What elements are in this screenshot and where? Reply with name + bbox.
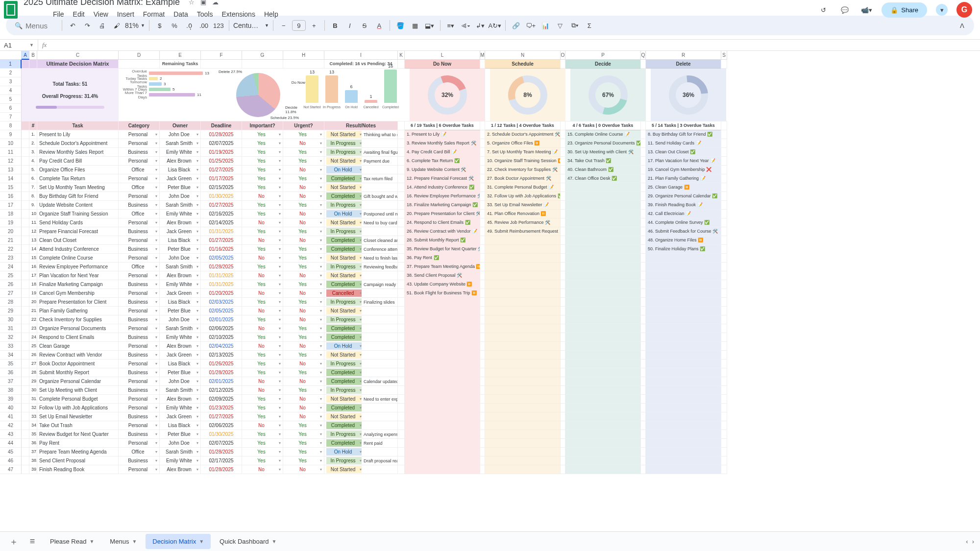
quadrant-item[interactable]: 2. Schedule Doctor's Appointment 🛠️ — [485, 130, 561, 139]
quadrant-item[interactable] — [646, 448, 721, 456]
col-header-R[interactable]: R — [646, 51, 721, 60]
quadrant-item[interactable] — [485, 404, 561, 412]
quadrant-item[interactable] — [565, 421, 641, 430]
row-header-45[interactable]: 45 — [0, 448, 22, 456]
col-hdr[interactable]: Owner — [160, 121, 201, 130]
quadrant-item[interactable]: 18. Finalize Marketing Campaign ✅ — [405, 201, 480, 210]
quadrant-item[interactable] — [565, 201, 641, 210]
quadrant-item[interactable] — [646, 386, 721, 395]
task-cell[interactable]: Present to Lily — [37, 130, 119, 139]
col-header-F[interactable]: F — [201, 51, 242, 60]
task-cell[interactable]: Plan Vacation for Next Year — [37, 271, 119, 280]
row-header-29[interactable]: 29 — [0, 307, 22, 315]
task-cell[interactable]: Respond to Client Emails — [37, 333, 119, 342]
quadrant-item[interactable]: 14. Attend Industry Conference ✅ — [405, 183, 480, 192]
quadrant-item[interactable]: 12. Prepare Financial Forecast 🛠️ — [405, 174, 480, 183]
quadrant-item[interactable] — [485, 271, 561, 280]
text-color-button[interactable]: A — [373, 19, 386, 32]
row-header-20[interactable]: 20 — [0, 227, 22, 236]
quadrant-item[interactable] — [405, 412, 480, 421]
quadrant-item[interactable] — [565, 456, 641, 465]
quadrant-item[interactable] — [565, 359, 641, 368]
quadrant-item[interactable]: 42. Call Electrician 📝 — [646, 210, 721, 218]
quadrant-item[interactable] — [646, 333, 721, 342]
menu-extensions[interactable]: Extensions — [218, 8, 259, 20]
quadrant-item[interactable] — [405, 465, 480, 474]
quadrant-item[interactable] — [405, 404, 480, 412]
row-header-36[interactable]: 36 — [0, 368, 22, 377]
task-cell[interactable]: Send Client Proposal — [37, 456, 119, 465]
row-header-43[interactable]: 43 — [0, 430, 22, 439]
quadrant-item[interactable]: 27. Book Doctor Appointment 🛠️ — [485, 174, 561, 183]
quadrant-item[interactable] — [646, 412, 721, 421]
document-title[interactable]: 2025 Ultimate Decision Matrix: Example — [24, 0, 180, 7]
name-box[interactable]: A1▼ — [0, 40, 38, 50]
quadrant-sub-delete[interactable]: 5 / 14 Tasks | 3 Overdue Tasks — [646, 121, 721, 130]
quadrant-item[interactable]: 7. Set Up Monthly Team Meeting 📝 — [485, 148, 561, 157]
task-cell[interactable]: Buy Birthday Gift for Friend — [37, 192, 119, 201]
quadrant-item[interactable] — [485, 351, 561, 359]
quadrant-item[interactable] — [485, 289, 561, 298]
menu-tools[interactable]: Tools — [193, 8, 217, 20]
row-header-38[interactable]: 38 — [0, 386, 22, 395]
quadrant-item[interactable]: 40. Clean Bathroom ✅ — [565, 166, 641, 174]
quadrant-item[interactable]: 33. Set Up Email Newsletter 📝 — [485, 201, 561, 210]
quadrant-item[interactable] — [405, 448, 480, 456]
row-header-3[interactable]: 3 — [0, 77, 22, 86]
strike-button[interactable]: S — [358, 19, 371, 32]
task-cell[interactable]: Schedule Doctor's Appointment — [37, 139, 119, 148]
row-header-47[interactable]: 47 — [0, 465, 22, 474]
col-hdr[interactable]: # — [29, 121, 37, 130]
quadrant-item[interactable] — [646, 263, 721, 271]
quadrant-item[interactable] — [646, 368, 721, 377]
quadrant-item[interactable] — [565, 430, 641, 439]
col-header-L[interactable]: L — [405, 51, 480, 60]
quadrant-item[interactable] — [565, 192, 641, 201]
quadrant-item[interactable]: 17. Plan Vacation for Next Year 📝 — [646, 157, 721, 166]
col-hdr[interactable]: Category — [119, 121, 160, 130]
rotate-button[interactable]: A↻▾ — [489, 19, 501, 32]
quadrant-item[interactable] — [485, 245, 561, 254]
quadrant-item[interactable]: 8. Buy Birthday Gift for Friend ✅ — [646, 130, 721, 139]
quadrant-item[interactable]: 24. Respond to Client Emails ✅ — [405, 218, 480, 227]
row-header-32[interactable]: 32 — [0, 333, 22, 342]
quadrant-item[interactable]: 22. Check Inventory for Supplies 🛠️ — [485, 166, 561, 174]
quadrant-item[interactable]: 51. Book Flight for Business Trip ⏸️ — [405, 289, 480, 298]
row-header-24[interactable]: 24 — [0, 263, 22, 271]
quadrant-item[interactable] — [565, 289, 641, 298]
quadrant-item[interactable] — [485, 359, 561, 368]
quadrant-item[interactable] — [565, 271, 641, 280]
quadrant-item[interactable]: 38. Send Client Proposal 🛠️ — [405, 271, 480, 280]
quadrant-item[interactable] — [565, 324, 641, 333]
quadrant-sub-donow[interactable]: 6 / 19 Tasks | 6 Overdue Tasks — [405, 121, 480, 130]
quadrant-item[interactable] — [405, 421, 480, 430]
quadrant-header-donow[interactable]: Do Now — [405, 60, 480, 69]
history-icon[interactable]: ↺ — [817, 3, 830, 16]
task-cell[interactable]: Review Budget for Next Quarter — [37, 430, 119, 439]
quadrant-item[interactable]: 34. Take Out Trash ✅ — [565, 157, 641, 166]
row-header-41[interactable]: 41 — [0, 412, 22, 421]
comment-button[interactable]: 🗨+ — [524, 19, 537, 32]
quadrant-item[interactable]: 37. Prepare Team Meeting Agenda ⏸️ — [405, 263, 480, 271]
quadrant-item[interactable] — [646, 342, 721, 351]
account-avatar[interactable]: G — [956, 2, 972, 18]
quadrant-item[interactable] — [485, 254, 561, 263]
more-formats-button[interactable]: 123 — [212, 19, 225, 32]
col-header-K[interactable]: K — [398, 51, 405, 60]
quadrant-item[interactable]: 10. Organize Staff Training Session ⏸️ — [485, 157, 561, 166]
row-header-4[interactable]: 4 — [0, 86, 22, 95]
quadrant-item[interactable] — [646, 377, 721, 386]
row-header-21[interactable]: 21 — [0, 236, 22, 245]
currency-button[interactable]: $ — [153, 19, 166, 32]
quadrant-item[interactable] — [565, 368, 641, 377]
quadrant-item[interactable]: 45. Review Job Performance 🛠️ — [485, 218, 561, 227]
menu-view[interactable]: View — [90, 8, 112, 20]
row-header-10[interactable]: 10 — [0, 139, 22, 148]
quadrant-item[interactable] — [646, 359, 721, 368]
quadrant-item[interactable] — [405, 359, 480, 368]
menus-search[interactable] — [25, 22, 55, 30]
quadrant-header-schedule[interactable]: Schedule — [485, 60, 561, 69]
quadrant-item[interactable] — [646, 280, 721, 289]
task-cell[interactable]: Take Out Trash — [37, 421, 119, 430]
row-header-14[interactable]: 14 — [0, 174, 22, 183]
